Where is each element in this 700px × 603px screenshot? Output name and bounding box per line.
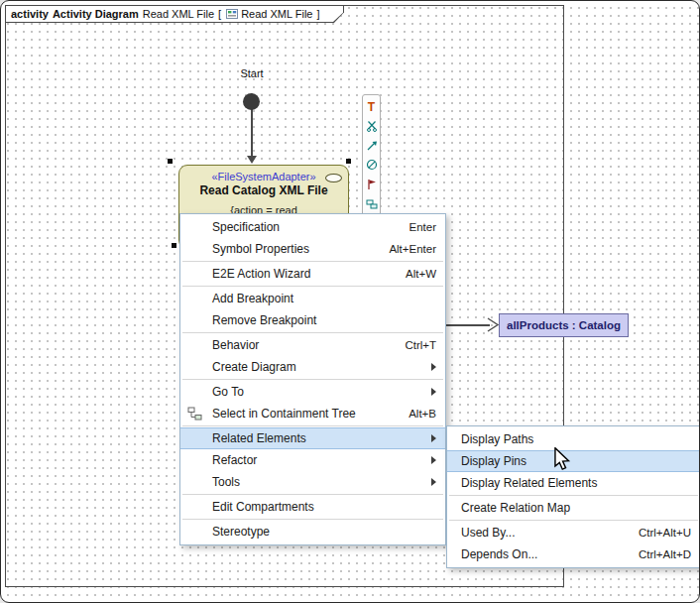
menu-item-label: Specification [212,220,280,234]
menu-item-label: Refactor [212,453,257,467]
menu-item-label: Remove Breakpoint [212,313,316,327]
menu-item-shortcut: Alt+Enter [389,243,436,255]
object-node-label: allProducts : Catalog [507,319,621,331]
menu-item-label: Tools [212,475,240,489]
menu-item-label: Used By... [461,526,515,540]
menu-item-label: Create Relation Map [461,501,570,515]
menu-separator [182,425,443,426]
menu-item-create-diagram[interactable]: Create Diagram [180,356,445,378]
menu-item-label: Symbol Properties [212,242,309,256]
frame-diagram-name: Read XML File [143,8,214,20]
submenu-item-display-paths[interactable]: Display Paths [447,428,700,450]
scissors-icon[interactable] [365,120,378,133]
flag-icon[interactable] [365,179,378,191]
menu-item-label: Edit Compartments [212,500,314,514]
arrow-icon[interactable] [365,139,378,152]
action-name: Read Catalog XML File [179,183,348,197]
menu-separator [449,520,698,521]
initial-node[interactable] [243,93,260,110]
menu-item-behavior[interactable]: Behavior Ctrl+T [180,334,445,356]
selection-handle[interactable] [346,159,351,164]
menu-item-stereotype[interactable]: Stereotype [180,521,445,543]
menu-item-label: Create Diagram [212,360,296,374]
menu-item-label: Select in Containment Tree [212,407,356,421]
diagram-canvas: activity Activity Diagram Read XML File … [0,0,700,603]
control-flow-arrowhead [247,156,257,164]
selection-handle[interactable] [172,243,176,248]
submenu-arrow-icon [431,434,436,442]
menu-item-label: Go To [212,385,244,399]
slash-circle-icon[interactable] [365,159,378,172]
menu-item-shortcut: Alt+W [406,268,436,280]
context-menu: Specification Enter Symbol Properties Al… [179,213,446,545]
submenu-item-depends-on[interactable]: Depends On... Ctrl+Alt+D [447,543,700,565]
menu-item-e2e-action-wizard[interactable]: E2E Action Wizard Alt+W [180,263,445,285]
menu-item-tools[interactable]: Tools [180,471,445,493]
diagram-icon [226,8,238,20]
submenu-item-display-pins[interactable]: Display Pins [447,450,700,472]
menu-item-shortcut: Ctrl+Alt+U [639,527,691,539]
menu-item-select-in-containment-tree[interactable]: Select in Containment Tree Alt+B [180,403,445,424]
menu-item-label: E2E Action Wizard [212,267,310,281]
submenu-item-display-related-elements[interactable]: Display Related Elements [447,472,700,494]
containment-tree-icon [187,407,202,422]
menu-item-label: Display Paths [461,432,533,446]
menu-item-label: Stereotype [212,525,270,539]
menu-separator [182,286,443,287]
frame-bracket-close: ] [316,8,319,20]
submenu-arrow-icon [431,388,436,396]
frame-keyword: activity [11,8,49,20]
object-node[interactable]: allProducts : Catalog [499,313,629,337]
menu-item-shortcut: Ctrl+Alt+D [639,548,691,560]
frame-diagram-kind: Activity Diagram [53,8,139,20]
menu-item-add-breakpoint[interactable]: Add Breakpoint [180,288,445,309]
related-elements-submenu: Display Paths Display Pins Display Relat… [446,425,700,568]
menu-separator [182,332,443,333]
menu-item-remove-breakpoint[interactable]: Remove Breakpoint [180,309,445,331]
object-flow-line[interactable] [446,324,490,326]
menu-item-edit-compartments[interactable]: Edit Compartments [180,496,445,518]
start-label: Start [227,67,277,79]
menu-separator [182,494,443,495]
menu-item-label: Display Pins [461,454,526,468]
selection-handle[interactable] [168,159,173,164]
menu-separator [182,261,443,262]
menu-item-shortcut: Ctrl+T [405,339,436,351]
control-flow-line[interactable] [251,110,253,157]
menu-item-label: Display Related Elements [461,476,597,490]
menu-item-symbol-properties[interactable]: Symbol Properties Alt+Enter [180,238,445,260]
edit-text-icon[interactable]: T [365,100,378,113]
mouse-cursor-icon [553,447,571,471]
menu-item-specification[interactable]: Specification Enter [180,216,445,238]
submenu-arrow-icon [431,363,436,371]
submenu-arrow-icon [431,478,436,486]
menu-separator [182,519,443,520]
menu-item-go-to[interactable]: Go To [180,381,445,403]
menu-item-label: Add Breakpoint [212,292,293,305]
submenu-item-create-relation-map[interactable]: Create Relation Map [447,497,700,519]
frame-tab-name: Read XML File [241,8,312,20]
menu-separator [182,379,443,380]
behavior-indicator-oval-icon [325,174,342,182]
menu-item-shortcut: Enter [409,221,437,233]
menu-separator [449,495,698,496]
menu-item-label: Depends On... [461,547,537,561]
submenu-arrow-icon [431,456,436,464]
menu-item-refactor[interactable]: Refactor [180,449,445,471]
rectangles-icon[interactable] [365,197,378,210]
menu-item-shortcut: Alt+B [408,408,436,420]
frame-bracket-open: [ [218,8,221,20]
menu-item-label: Behavior [212,338,259,352]
action-stereotype: «FileSystemAdapter» [179,171,348,182]
menu-item-label: Related Elements [212,431,306,445]
submenu-item-used-by[interactable]: Used By... Ctrl+Alt+U [447,522,700,543]
frame-header: activity Activity Diagram Read XML File … [6,6,343,22]
menu-item-related-elements[interactable]: Related Elements [180,427,445,449]
